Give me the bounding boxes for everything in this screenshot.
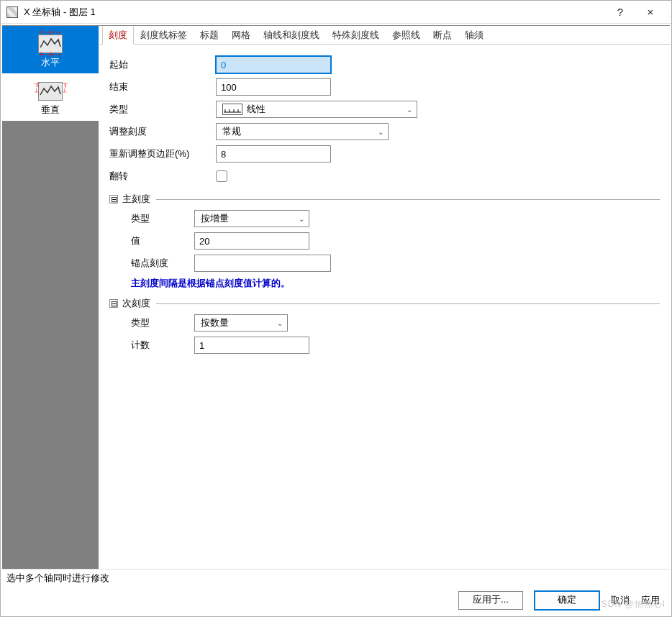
- major-note: 主刻度间隔是根据锚点刻度值计算的。: [109, 277, 660, 290]
- major-section-title: 主刻度: [122, 193, 150, 206]
- major-value-input[interactable]: [194, 232, 309, 250]
- row-type: 类型 线性 ⌄: [109, 100, 660, 119]
- minor-count-label: 计数: [109, 339, 194, 352]
- adjust-value: 常规: [222, 125, 241, 138]
- chevron-down-icon: ⌄: [407, 106, 412, 114]
- dialog-body: ⊢⊣⊢⊣ ⊢⊣⊢⊣ 水平 ⊢⊣ ⊢⊣ 垂直: [2, 25, 670, 615]
- row-adjust: 调整刻度 常规 ⌄: [109, 122, 660, 141]
- minor-type-value: 按数量: [201, 316, 229, 329]
- minor-count-input[interactable]: [194, 337, 309, 354]
- end-label: 结束: [109, 81, 216, 93]
- app-icon: [6, 6, 18, 18]
- tab-ticklabels[interactable]: 刻度线标签: [134, 26, 194, 44]
- tab-grid[interactable]: 网格: [225, 26, 257, 44]
- end-input[interactable]: [216, 78, 331, 96]
- divider: [156, 303, 660, 304]
- adjust-select[interactable]: 常规 ⌄: [216, 123, 389, 140]
- ok-button[interactable]: 确定: [535, 591, 599, 610]
- sidebar-item-horizontal[interactable]: ⊢⊣⊢⊣ ⊢⊣⊢⊣ 水平: [2, 26, 99, 73]
- sidebar-item-vertical[interactable]: ⊢⊣ ⊢⊣ 垂直: [2, 73, 99, 121]
- section-minor: ⊟ 次刻度: [109, 297, 660, 310]
- form-panel: 起始 结束 类型: [99, 45, 670, 569]
- upper-area: ⊢⊣⊢⊣ ⊢⊣⊢⊣ 水平 ⊢⊣ ⊢⊣ 垂直: [2, 26, 670, 569]
- type-value: 线性: [247, 103, 265, 116]
- divider: [156, 199, 660, 200]
- adjust-label: 调整刻度: [109, 125, 216, 138]
- chevron-down-icon: ⌄: [277, 319, 283, 327]
- dialog-window: X 坐标轴 - 图层 1 ? × ⊢⊣⊢⊣ ⊢⊣⊢⊣ 水平 ⊢⊣: [0, 0, 672, 617]
- tab-bar: 刻度 刻度线标签 标题 网格 轴线和刻度线 特殊刻度线 参照线 断点 轴须: [99, 26, 670, 45]
- close-button[interactable]: ×: [635, 2, 666, 22]
- tab-special[interactable]: 特殊刻度线: [326, 26, 386, 44]
- start-input[interactable]: [216, 56, 331, 73]
- row-minor-type: 类型 按数量 ⌄: [109, 314, 660, 332]
- start-label: 起始: [109, 58, 216, 71]
- titlebar: X 坐标轴 - 图层 1 ? ×: [1, 1, 671, 24]
- row-major-type: 类型 按增量 ⌄: [109, 209, 660, 228]
- status-bar: 选中多个轴同时进行修改: [2, 569, 670, 586]
- vertical-axis-icon: ⊢⊣ ⊢⊣: [38, 82, 63, 101]
- tab-rug[interactable]: 轴须: [458, 26, 490, 44]
- minor-type-select[interactable]: 按数量 ⌄: [194, 314, 288, 332]
- row-major-value: 值: [109, 232, 660, 250]
- help-button[interactable]: ?: [605, 2, 635, 22]
- flip-label: 翻转: [109, 170, 216, 183]
- major-anchor-input[interactable]: [194, 255, 331, 272]
- row-minor-count: 计数: [109, 336, 660, 355]
- linear-icon: [222, 104, 242, 115]
- type-label: 类型: [109, 103, 216, 116]
- cancel-button[interactable]: 取消: [611, 594, 630, 607]
- row-flip: 翻转: [109, 167, 660, 186]
- tab-title[interactable]: 标题: [194, 26, 225, 44]
- row-start: 起始: [109, 55, 660, 74]
- major-type-select[interactable]: 按增量 ⌄: [194, 210, 309, 227]
- chevron-down-icon: ⌄: [299, 215, 304, 223]
- margin-label: 重新调整页边距(%): [109, 147, 216, 160]
- major-type-value: 按增量: [201, 212, 229, 225]
- row-margin: 重新调整页边距(%): [109, 145, 660, 163]
- collapse-minor-button[interactable]: ⊟: [109, 299, 118, 308]
- margin-input[interactable]: [216, 145, 331, 163]
- tab-reference[interactable]: 参照线: [386, 26, 427, 44]
- major-value-label: 值: [109, 234, 194, 247]
- tab-scale[interactable]: 刻度: [102, 26, 134, 45]
- type-select[interactable]: 线性 ⌄: [216, 101, 417, 118]
- tab-axisline[interactable]: 轴线和刻度线: [257, 26, 326, 44]
- tab-break[interactable]: 断点: [427, 26, 458, 44]
- row-major-anchor: 锚点刻度: [109, 254, 660, 273]
- footer: 应用于... 确定 取消 应用 SDN @怡然心I: [2, 586, 670, 615]
- content-area: 刻度 刻度线标签 标题 网格 轴线和刻度线 特殊刻度线 参照线 断点 轴须 起始: [99, 26, 670, 569]
- major-type-label: 类型: [109, 212, 194, 225]
- sidebar-item-label: 垂直: [41, 104, 60, 116]
- horizontal-axis-icon: ⊢⊣⊢⊣ ⊢⊣⊢⊣: [38, 35, 63, 53]
- apply-button[interactable]: 应用: [641, 594, 660, 607]
- apply-to-button[interactable]: 应用于...: [458, 591, 523, 610]
- window-title: X 坐标轴 - 图层 1: [24, 6, 605, 19]
- minor-type-label: 类型: [109, 316, 194, 329]
- axis-sidebar: ⊢⊣⊢⊣ ⊢⊣⊢⊣ 水平 ⊢⊣ ⊢⊣ 垂直: [2, 26, 99, 569]
- collapse-major-button[interactable]: ⊟: [109, 195, 118, 204]
- chevron-down-icon: ⌄: [378, 128, 383, 136]
- minor-section-title: 次刻度: [122, 297, 150, 310]
- row-end: 结束: [109, 78, 660, 96]
- section-major: ⊟ 主刻度: [109, 193, 660, 206]
- flip-checkbox[interactable]: [216, 170, 227, 182]
- major-anchor-label: 锚点刻度: [109, 257, 194, 270]
